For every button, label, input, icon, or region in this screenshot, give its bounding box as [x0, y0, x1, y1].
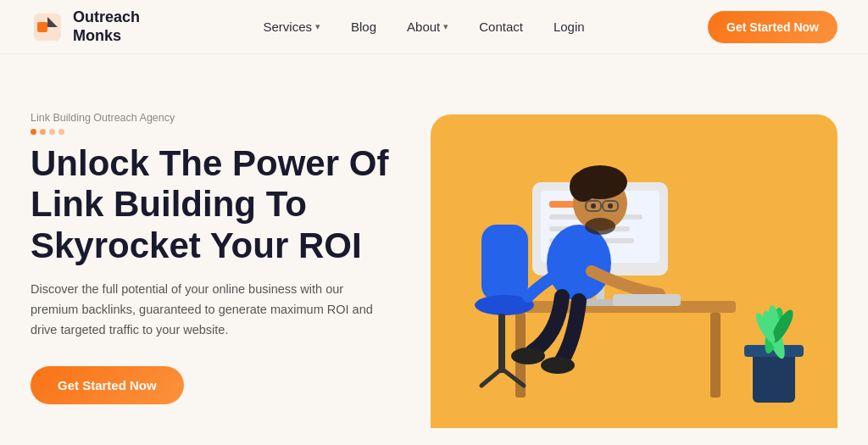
nav-item-blog[interactable]: Blog [351, 19, 376, 34]
hero-section: Link Building Outreach Agency Unlock The… [0, 54, 868, 445]
hero-illustration [418, 80, 837, 428]
hero-illustration-svg [431, 106, 821, 428]
nav-item-services[interactable]: Services ▾ [263, 19, 320, 34]
svg-point-29 [608, 203, 613, 209]
svg-rect-1 [37, 22, 47, 32]
dot-2 [40, 129, 46, 135]
brand-name: Outreach Monks [73, 8, 140, 45]
nav-item-contact[interactable]: Contact [479, 19, 523, 34]
nav-item-login[interactable]: Login [554, 19, 585, 34]
svg-rect-30 [613, 294, 681, 306]
nav-item-about[interactable]: About ▾ [407, 19, 448, 34]
dot-3 [49, 129, 55, 135]
hero-cta-button[interactable]: Get Started Now [31, 366, 184, 404]
nav-links: Services ▾ Blog About ▾ Contact Login [263, 19, 584, 34]
svg-point-31 [511, 348, 545, 364]
navbar: Outreach Monks Services ▾ Blog About ▾ C… [0, 0, 868, 54]
svg-point-32 [541, 357, 575, 374]
tag-dots [31, 129, 418, 135]
dot-1 [31, 129, 36, 135]
nav-cta-button[interactable]: Get Started Now [708, 11, 837, 43]
svg-point-28 [591, 203, 596, 209]
logo-icon [31, 10, 64, 44]
hero-title: Unlock The Power Of Link Building To Sky… [31, 143, 418, 266]
hero-description: Discover the full potential of your onli… [31, 280, 387, 341]
svg-rect-5 [710, 313, 721, 398]
chevron-down-icon: ▾ [315, 21, 320, 32]
svg-line-18 [481, 369, 502, 386]
svg-point-27 [585, 218, 615, 235]
chevron-down-icon-about: ▾ [443, 21, 448, 32]
svg-rect-15 [481, 225, 528, 301]
hero-tag: Link Building Outreach Agency [31, 112, 418, 135]
svg-rect-17 [498, 314, 505, 373]
svg-rect-33 [753, 352, 795, 403]
svg-point-20 [547, 225, 611, 301]
logo[interactable]: Outreach Monks [31, 8, 140, 45]
svg-point-23 [570, 171, 597, 202]
hero-content: Link Building Outreach Agency Unlock The… [31, 103, 418, 404]
dot-4 [58, 129, 64, 135]
